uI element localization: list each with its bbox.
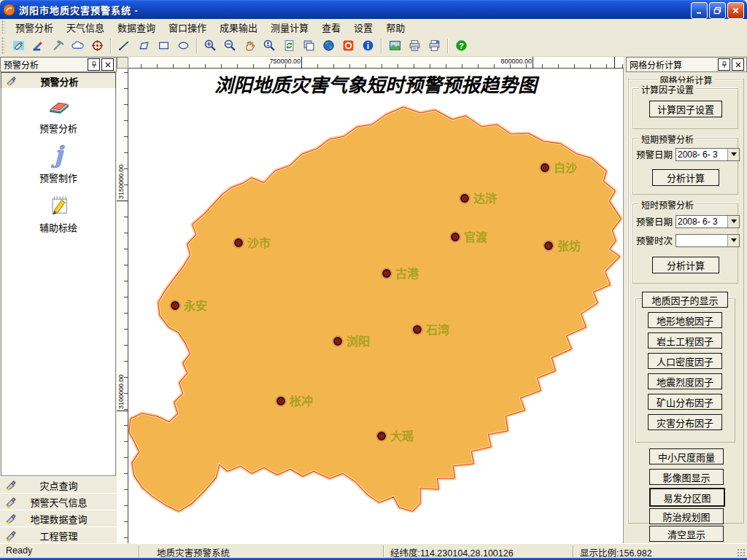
town-marker[interactable] [378, 432, 385, 440]
menu-item-预警分析[interactable]: 预警分析 [9, 19, 60, 36]
menu-item-测量计算[interactable]: 测量计算 [264, 19, 315, 36]
draw-polygon-button[interactable] [135, 36, 153, 55]
left-panel-header[interactable]: 预警分析 [1, 72, 116, 90]
close-button[interactable] [727, 2, 744, 19]
menu-item-设置[interactable]: 设置 [347, 19, 379, 36]
zoom-extent-icon [263, 39, 276, 52]
locate-target-button[interactable] [88, 36, 107, 55]
help-button[interactable]: ? [452, 36, 471, 55]
nowcast-analyze-button[interactable]: 分析计算 [652, 257, 719, 273]
bottom-bar-地理数据查询[interactable]: 地理数据查询 [0, 510, 117, 528]
town-marker[interactable] [452, 233, 459, 241]
dropdown-arrow-icon[interactable] [727, 216, 739, 228]
dropdown-arrow-icon[interactable] [727, 149, 739, 160]
menu-item-成果输出[interactable]: 成果输出 [213, 19, 264, 36]
print-preview-button[interactable] [425, 36, 444, 55]
cloud-button[interactable] [69, 36, 87, 55]
tool-item-label: 预警分析 [1, 121, 115, 135]
pickaxe-button[interactable] [49, 36, 67, 55]
stop-button[interactable] [339, 36, 357, 55]
copy-layers-icon [303, 39, 315, 52]
factor-button-地形地貌因子[interactable]: 地形地貌因子 [648, 312, 722, 328]
pin-button[interactable] [718, 58, 730, 71]
left-panel-close-button[interactable] [101, 58, 114, 71]
nowcast-date-value: 2008- 6- 3 [676, 216, 727, 228]
zoom-in-icon [204, 39, 217, 52]
menu-drag-handle[interactable] [1, 20, 5, 34]
nowcast-time-label: 预警时次 [636, 233, 676, 247]
restore-button[interactable] [709, 2, 726, 19]
factor-settings-button[interactable]: 计算因子设置 [649, 101, 722, 117]
bottom-bar-灾点查询[interactable]: 灾点查询 [0, 476, 117, 494]
right-panel-close-button[interactable] [732, 58, 744, 71]
tool-yellow-icon [5, 529, 18, 542]
image-view-button[interactable] [386, 36, 404, 55]
pin-icon [720, 61, 729, 69]
bottom-bar-label: 灾点查询 [21, 478, 96, 492]
left-panel-header-label: 预警分析 [21, 74, 98, 88]
dropdown-arrow-icon[interactable] [727, 235, 739, 246]
display-button-影像图显示[interactable]: 影像图显示 [649, 469, 724, 485]
town-marker[interactable] [235, 239, 242, 246]
close-icon [734, 61, 743, 69]
zoom-out-icon [224, 39, 236, 52]
copy-layers-button[interactable] [300, 36, 318, 55]
paint-brush-button[interactable] [29, 36, 47, 55]
bottom-bar-工程管理[interactable]: 工程管理 [0, 526, 117, 545]
tool-item-预警制作[interactable]: j预警制作 [1, 142, 115, 184]
town-marker[interactable] [545, 242, 552, 249]
town-marker[interactable] [541, 164, 549, 171]
refresh-view-button[interactable] [280, 36, 298, 55]
pin-button[interactable] [88, 58, 100, 71]
bottom-bar-预警天气信息[interactable]: 预警天气信息 [0, 493, 117, 511]
factor-button-灾害分布因子[interactable]: 灾害分布因子 [648, 414, 722, 430]
factor-button-人口密度因子[interactable]: 人口密度因子 [648, 353, 722, 369]
geo-factors-title-button[interactable]: 地质因子的显示 [642, 292, 728, 308]
resize-grip[interactable] [737, 548, 746, 557]
town-marker[interactable] [414, 326, 421, 333]
draw-ellipse-button[interactable] [174, 36, 193, 55]
menu-item-数据查询[interactable]: 数据查询 [111, 19, 162, 36]
toolbar-separator [196, 39, 198, 53]
town-marker[interactable] [334, 338, 341, 345]
short-term-analyze-button[interactable]: 分析计算 [652, 169, 719, 186]
map-canvas[interactable]: 浏阳地质灾害气象短时预警预报趋势图 [128, 69, 624, 543]
town-label: 古港 [395, 267, 419, 281]
town-marker[interactable] [277, 397, 285, 405]
factor-button-岩土工程因子[interactable]: 岩土工程因子 [648, 332, 722, 349]
factor-button-地震烈度因子[interactable]: 地震烈度因子 [648, 373, 722, 389]
zoom-in-button[interactable] [201, 36, 220, 55]
factor-button-矿山分布因子[interactable]: 矿山分布因子 [648, 394, 722, 410]
draw-line-button[interactable] [115, 36, 133, 55]
zoom-extent-button[interactable] [260, 36, 279, 55]
toolbar-drag-handle[interactable] [1, 37, 5, 54]
minimize-button[interactable] [691, 2, 708, 19]
nowcast-time-combobox[interactable] [676, 234, 740, 247]
tool-item-预警分析[interactable]: 预警分析 [1, 93, 115, 135]
info-button[interactable] [359, 36, 377, 55]
nowcast-date-combobox[interactable]: 2008- 6- 3 [676, 215, 740, 228]
globe-button[interactable] [320, 36, 338, 55]
draw-rectangle-button[interactable] [155, 36, 173, 55]
town-marker[interactable] [383, 270, 390, 277]
tool-item-辅助标绘[interactable]: 辅助标绘 [1, 192, 115, 234]
display-button-易发分区图[interactable]: 易发分区图 [649, 488, 725, 507]
title-bar[interactable]: 浏阳市地质灾害预警系统 - [0, 0, 747, 19]
zoom-out-button[interactable] [221, 36, 239, 55]
menu-item-帮助[interactable]: 帮助 [379, 19, 411, 36]
town-marker[interactable] [461, 195, 468, 202]
application-window: 浏阳市地质灾害预警系统 - 预警分析天气信息数据查询窗口操作成果输出测量计算查看… [0, 0, 747, 560]
short-term-date-combobox[interactable]: 2008- 6- 3 [676, 148, 740, 161]
satellite-button[interactable] [9, 36, 28, 55]
display-button-清空显示[interactable]: 清空显示 [649, 526, 724, 542]
annotate-tool-icon [45, 192, 71, 218]
menu-item-查看[interactable]: 查看 [315, 19, 347, 36]
town-marker[interactable] [171, 302, 179, 309]
display-button-中小尺度雨量[interactable]: 中小尺度雨量 [649, 448, 724, 464]
display-button-防治规划图[interactable]: 防治规划图 [649, 508, 724, 524]
menu-item-天气信息[interactable]: 天气信息 [60, 19, 111, 36]
pan-hand-button[interactable] [241, 36, 259, 55]
geo-factors-group: 地质因子的显示 地形地貌因子岩土工程因子人口密度因子地震烈度因子矿山分布因子灾害… [635, 298, 735, 443]
print-button[interactable] [406, 36, 424, 55]
menu-item-窗口操作[interactable]: 窗口操作 [162, 19, 213, 36]
